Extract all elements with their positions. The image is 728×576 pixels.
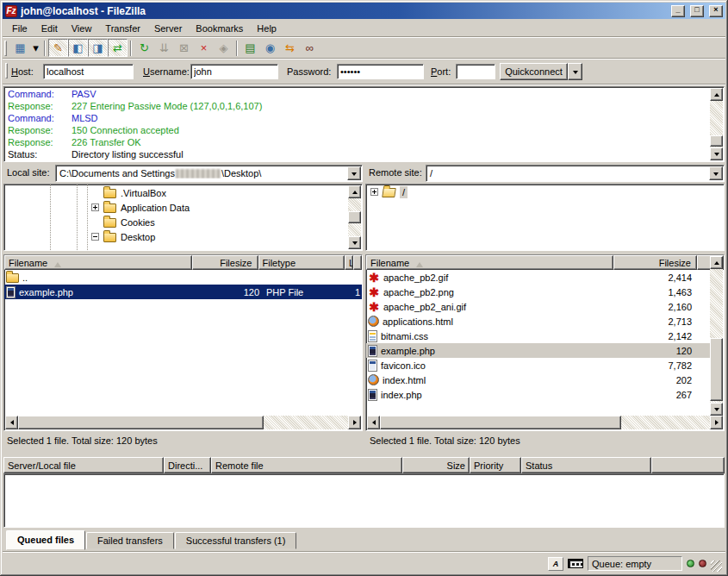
queue-column-header-remote-file[interactable]: Remote file bbox=[211, 457, 402, 473]
remote-file-row-example-php[interactable]: example.php120 bbox=[366, 343, 710, 358]
remote-column-header-filename[interactable]: Filename bbox=[366, 255, 613, 270]
remote-vertical-scrollbar[interactable] bbox=[710, 256, 723, 416]
cancel-button[interactable]: ⊠ bbox=[174, 39, 194, 57]
remote-file-row-bitnami-css[interactable]: bitnami.css2,142 bbox=[366, 329, 710, 343]
queue-status: Queue: empty bbox=[588, 556, 682, 571]
remote-column-header-filesize[interactable]: Filesize bbox=[613, 255, 697, 270]
password-input[interactable] bbox=[337, 64, 424, 79]
scroll-down-button[interactable] bbox=[710, 403, 723, 416]
scroll-up-button[interactable] bbox=[710, 256, 723, 269]
username-input[interactable] bbox=[190, 64, 278, 79]
synchronized-browsing-button[interactable]: ⇆ bbox=[280, 39, 300, 57]
process-queue-button[interactable]: ⇊ bbox=[154, 39, 174, 57]
toggle-remote-treeview-button[interactable]: ◨ bbox=[88, 39, 108, 57]
local-column-header-filesize[interactable]: Filesize bbox=[192, 255, 258, 270]
directory-listing-filters-button[interactable]: ▤ bbox=[240, 39, 260, 57]
scrollbar-thumb[interactable] bbox=[710, 135, 723, 147]
local-site-combobox[interactable]: C:\Documents and Settings\Desktop\ bbox=[55, 165, 363, 182]
quickconnect-dropdown-button[interactable] bbox=[568, 63, 582, 80]
close-button[interactable]: × bbox=[709, 5, 723, 17]
queue-column-header-priority[interactable]: Priority bbox=[470, 457, 521, 473]
tab-failed-transfers[interactable]: Failed transfers bbox=[86, 532, 174, 549]
remote-site-combobox[interactable]: / bbox=[426, 165, 725, 182]
scroll-right-button[interactable] bbox=[710, 416, 723, 429]
scroll-left-button[interactable] bbox=[5, 416, 18, 429]
scroll-down-button[interactable] bbox=[710, 147, 723, 160]
local-site-dropdown-button[interactable] bbox=[347, 166, 361, 180]
tree-expander-icon[interactable] bbox=[370, 188, 378, 196]
site-manager-button[interactable]: ▦ bbox=[10, 39, 30, 57]
local-tree-item-application-data[interactable]: Application Data bbox=[4, 200, 348, 215]
scrollbar-thumb[interactable] bbox=[710, 338, 723, 401]
local-column-header-filename[interactable]: Filename bbox=[4, 255, 192, 270]
queue-column-header-status[interactable]: Status bbox=[521, 457, 651, 473]
local-column-header-filetype[interactable]: Filetype bbox=[258, 255, 345, 270]
quickconnect-button[interactable]: Quickconnect bbox=[500, 63, 568, 80]
scroll-left-button[interactable] bbox=[367, 416, 380, 429]
tab-successful-transfers-1[interactable]: Successful transfers (1) bbox=[175, 532, 297, 549]
queue-splitter[interactable] bbox=[3, 451, 725, 457]
disconnect-button[interactable]: × bbox=[194, 39, 214, 57]
log-line: Status:Directory listing successful bbox=[8, 148, 711, 160]
menu-server[interactable]: Server bbox=[147, 22, 189, 35]
scroll-down-button[interactable] bbox=[348, 236, 361, 249]
local-tree-item-virtualbox[interactable]: .VirtualBox bbox=[4, 185, 348, 200]
local-horizontal-scrollbar[interactable] bbox=[5, 416, 361, 429]
menu-help[interactable]: Help bbox=[250, 22, 283, 35]
scrollbar-thumb[interactable] bbox=[18, 416, 264, 429]
scroll-right-button[interactable] bbox=[348, 416, 361, 429]
remote-file-row-index-php[interactable]: index.php267 bbox=[366, 387, 710, 402]
queue-column-header-server-local-file[interactable]: Server/Local file bbox=[3, 457, 164, 473]
local-file-row-[interactable]: .. bbox=[4, 270, 362, 285]
menu-file[interactable]: File bbox=[5, 22, 34, 35]
remote-file-row-index-html[interactable]: index.html202 bbox=[366, 373, 710, 387]
remote-file-row-applications-html[interactable]: applications.html2,713 bbox=[366, 314, 710, 329]
queue-column-header-size[interactable]: Size bbox=[402, 457, 470, 473]
resize-grip[interactable] bbox=[711, 560, 722, 572]
host-input[interactable] bbox=[43, 64, 134, 79]
horizontal-splitter[interactable] bbox=[3, 251, 725, 254]
site-manager-dropdown-button[interactable]: ▾ bbox=[30, 39, 41, 57]
log-scrollbar[interactable] bbox=[710, 88, 723, 160]
remote-tree-item-root[interactable]: / bbox=[366, 185, 724, 199]
scroll-up-button[interactable] bbox=[710, 88, 723, 101]
remote-file-row-apache-pb2-png[interactable]: apache_pb2.png1,463 bbox=[366, 285, 710, 299]
refresh-button[interactable]: ↻ bbox=[134, 39, 154, 57]
remote-site-dropdown-button[interactable] bbox=[709, 166, 723, 180]
directory-comparison-button[interactable]: ◉ bbox=[260, 39, 280, 57]
tab-queued-files[interactable]: Queued files bbox=[6, 530, 85, 550]
vertical-splitter[interactable] bbox=[363, 165, 365, 451]
toggle-message-log-button[interactable]: ✎ bbox=[48, 39, 68, 57]
toggle-transfer-queue-button[interactable]: ⇄ bbox=[108, 39, 128, 57]
port-input[interactable] bbox=[456, 64, 495, 79]
find-files-button[interactable]: ∞ bbox=[300, 39, 320, 57]
local-column-header-last-modified[interactable]: Last modified bbox=[345, 255, 353, 270]
minimize-button[interactable]: _ bbox=[671, 5, 685, 17]
scroll-up-button[interactable] bbox=[348, 185, 361, 198]
toolbar-grip[interactable] bbox=[4, 41, 7, 56]
local-tree-item-cookies[interactable]: Cookies bbox=[4, 215, 348, 229]
tree-expander-icon[interactable] bbox=[91, 233, 99, 241]
menu-transfer[interactable]: Transfer bbox=[98, 22, 147, 35]
filesize-cell: 120 bbox=[613, 343, 697, 358]
remote-file-row-apache-pb2-ani-gif[interactable]: apache_pb2_ani.gif2,160 bbox=[366, 299, 710, 314]
scrollbar-thumb[interactable] bbox=[348, 211, 361, 223]
scrollbar-thumb[interactable] bbox=[380, 416, 621, 429]
local-file-row-example-php[interactable]: example.php120PHP File1 bbox=[4, 285, 362, 299]
local-tree-item-desktop[interactable]: Desktop bbox=[4, 229, 348, 244]
remote-file-row-apache-pb2-gif[interactable]: apache_pb2.gif2,414 bbox=[366, 270, 710, 285]
queue-column-header-directi[interactable]: Directi... bbox=[164, 457, 211, 473]
menu-edit[interactable]: Edit bbox=[34, 22, 65, 35]
tree-expander-icon[interactable] bbox=[91, 203, 99, 211]
title-bar[interactable]: Fz john@localhost - FileZilla _ □ × bbox=[3, 3, 725, 19]
remote-file-row-favicon-ico[interactable]: favicon.ico7,782 bbox=[366, 358, 710, 373]
log-line-label: Command: bbox=[8, 88, 72, 100]
toggle-local-treeview-button[interactable]: ◧ bbox=[68, 39, 88, 57]
menu-bookmarks[interactable]: Bookmarks bbox=[189, 22, 250, 35]
reconnect-button[interactable]: ◈ bbox=[214, 39, 233, 57]
local-tree-scrollbar[interactable] bbox=[348, 185, 361, 249]
maximize-button[interactable]: □ bbox=[690, 5, 704, 17]
menu-view[interactable]: View bbox=[65, 22, 99, 35]
remote-horizontal-scrollbar[interactable] bbox=[367, 416, 723, 429]
quickconnect-grip[interactable] bbox=[5, 63, 8, 78]
